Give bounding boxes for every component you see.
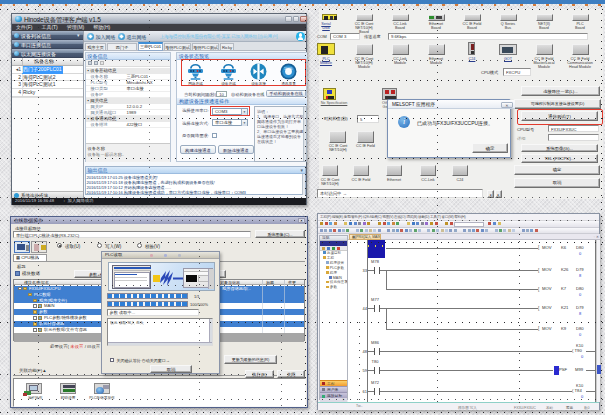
svg-text:100%: 100% [284,67,292,71]
